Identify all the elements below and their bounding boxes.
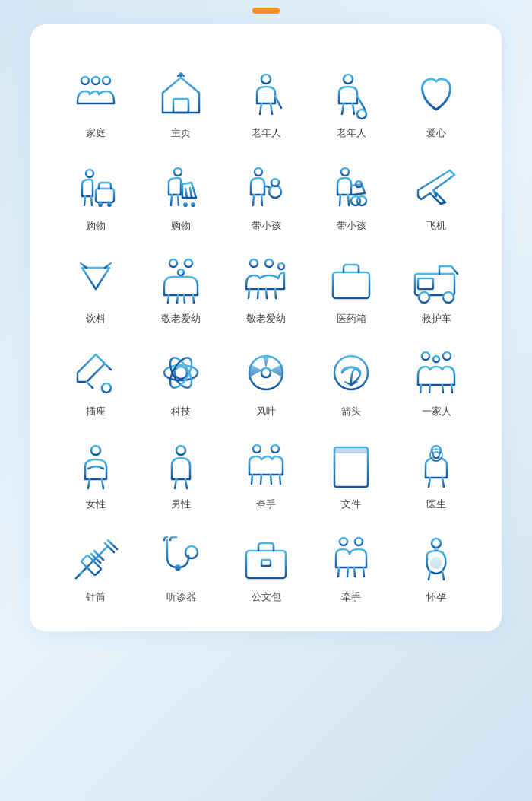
svg-point-58 xyxy=(250,259,258,267)
icon-wrap-doctor xyxy=(409,438,464,493)
icon-label-briefcase: 公文包 xyxy=(252,590,281,604)
svg-point-41 xyxy=(341,168,349,176)
svg-line-33 xyxy=(185,189,187,198)
icon-item-document: 文件 xyxy=(309,431,394,516)
icon-label-doctor: 医生 xyxy=(426,497,446,511)
svg-line-122 xyxy=(442,478,444,487)
icon-item-plug: 插座 xyxy=(53,338,138,423)
svg-point-90 xyxy=(443,352,451,360)
svg-line-100 xyxy=(175,479,176,488)
svg-point-59 xyxy=(265,259,273,267)
svg-point-1 xyxy=(92,77,100,84)
svg-line-97 xyxy=(88,479,90,488)
svg-line-77 xyxy=(87,382,93,388)
svg-point-21 xyxy=(86,170,93,177)
icon-item-male: 男性 xyxy=(138,431,223,516)
svg-line-101 xyxy=(185,479,187,488)
icon-label-family3: 敬老爱幼 xyxy=(246,312,286,326)
top-badge xyxy=(252,8,280,14)
svg-point-20 xyxy=(357,110,366,119)
icon-label-stethoscope: 听诊器 xyxy=(166,590,196,604)
svg-line-23 xyxy=(91,196,92,205)
svg-line-98 xyxy=(102,479,103,488)
svg-rect-115 xyxy=(334,447,368,453)
svg-line-135 xyxy=(338,567,339,577)
svg-point-81 xyxy=(175,367,187,379)
icon-label-female: 女性 xyxy=(86,497,106,511)
svg-line-107 xyxy=(271,475,271,484)
svg-line-18 xyxy=(353,103,354,114)
svg-line-37 xyxy=(261,195,262,205)
svg-line-56 xyxy=(184,295,185,303)
svg-line-92 xyxy=(420,385,421,393)
svg-rect-73 xyxy=(418,278,433,289)
icon-label-ambulance: 救护车 xyxy=(422,312,451,326)
icon-item-arrow: 箭头 xyxy=(309,338,394,423)
svg-line-93 xyxy=(429,385,430,393)
icon-wrap-shopping1 xyxy=(68,160,123,215)
svg-point-70 xyxy=(443,292,454,303)
svg-point-10 xyxy=(179,72,183,77)
icon-label-shopping1: 购物 xyxy=(86,219,106,233)
icon-label-family2: 敬老爱幼 xyxy=(161,312,201,326)
icon-item-family1: 家庭 xyxy=(53,59,138,145)
icon-wrap-arrow xyxy=(324,345,378,400)
svg-line-64 xyxy=(275,289,276,298)
icon-item-elderly1: 老年人 xyxy=(223,59,309,145)
icon-label-elderly2: 老年人 xyxy=(337,126,366,140)
svg-line-76 xyxy=(105,364,111,370)
svg-line-62 xyxy=(258,289,258,298)
icon-label-handhold1: 牵手 xyxy=(256,497,276,511)
svg-rect-130 xyxy=(246,551,286,578)
svg-line-43 xyxy=(348,195,349,205)
svg-rect-24 xyxy=(96,189,114,202)
svg-line-54 xyxy=(168,295,169,303)
icon-item-medkit: 医药箱 xyxy=(309,245,394,330)
svg-line-29 xyxy=(171,195,172,205)
svg-point-45 xyxy=(357,196,366,205)
icon-wrap-medkit xyxy=(324,253,378,307)
icon-item-stethoscope: 听诊器 xyxy=(138,523,223,609)
svg-point-133 xyxy=(340,538,347,545)
icon-wrap-stethoscope xyxy=(154,531,208,586)
svg-line-121 xyxy=(429,478,430,487)
icon-wrap-elderly2 xyxy=(324,67,378,122)
svg-point-60 xyxy=(278,263,284,269)
svg-line-138 xyxy=(363,567,364,577)
svg-point-129 xyxy=(175,564,181,571)
icon-wrap-drink xyxy=(68,253,123,307)
icon-item-family2: 敬老爱幼 xyxy=(138,245,223,330)
icon-item-science: 科技 xyxy=(138,338,223,423)
svg-line-61 xyxy=(249,289,249,298)
svg-point-31 xyxy=(183,202,188,207)
svg-rect-126 xyxy=(81,555,102,576)
svg-point-35 xyxy=(255,168,262,176)
svg-rect-9 xyxy=(173,99,188,113)
icon-label-radiation: 风叶 xyxy=(256,405,276,418)
icon-item-child2: 带小孩 xyxy=(309,152,394,237)
icon-item-home: 主页 xyxy=(138,59,223,145)
icon-item-child1: 带小孩 xyxy=(223,152,309,237)
main-card: 家庭 主页 老年人 老年人 爱心 xyxy=(30,24,502,631)
svg-line-136 xyxy=(347,567,348,577)
icon-item-shopping2: 购物 xyxy=(138,152,223,237)
icon-wrap-family1 xyxy=(68,67,123,122)
icon-wrap-home xyxy=(154,67,208,122)
svg-line-17 xyxy=(342,103,344,114)
icon-item-handhold2: 牵手 xyxy=(309,523,394,609)
icon-label-science: 科技 xyxy=(171,405,191,418)
svg-point-99 xyxy=(176,446,185,455)
icon-label-syringe: 针筒 xyxy=(86,590,106,604)
icon-item-plane: 飞机 xyxy=(394,152,479,237)
icon-wrap-document xyxy=(324,438,378,493)
svg-point-38 xyxy=(269,186,281,198)
svg-line-106 xyxy=(261,475,261,484)
icon-wrap-family3 xyxy=(239,253,293,307)
svg-point-16 xyxy=(344,75,353,84)
icon-label-male: 男性 xyxy=(171,497,191,511)
svg-point-2 xyxy=(103,77,110,84)
svg-line-22 xyxy=(84,196,85,205)
svg-line-105 xyxy=(252,475,252,484)
icon-item-ambulance: 救护车 xyxy=(394,245,479,330)
icon-label-drink: 饮料 xyxy=(86,312,106,326)
